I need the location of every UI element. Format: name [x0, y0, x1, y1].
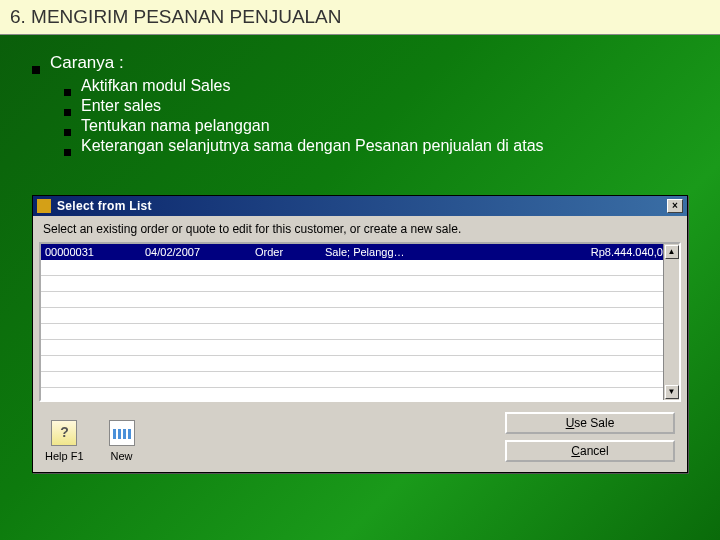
intro-line: Caranya : [32, 53, 710, 73]
slide-content: Caranya : Aktifkan modul Sales Enter sal… [0, 35, 720, 167]
dialog-buttons: Help F1 New Use Sale Cancel [39, 402, 681, 466]
dialog-body: Select an existing order or quote to edi… [33, 216, 687, 472]
help-label: Help F1 [45, 450, 84, 462]
dialog-instruction: Select an existing order or quote to edi… [39, 220, 681, 242]
cancel-label: ancel [580, 444, 609, 458]
help-icon [51, 420, 77, 446]
row-desc: Sale; Pelangg… [325, 244, 555, 260]
list-item: Enter sales [64, 97, 710, 115]
scroll-track[interactable] [664, 260, 679, 384]
bullet-icon [64, 89, 71, 96]
intro-text: Caranya : [50, 53, 124, 73]
vertical-scrollbar[interactable]: ▲ ▼ [663, 244, 679, 400]
dialog-icon [37, 199, 51, 213]
new-icon [109, 420, 135, 446]
bullet-icon [64, 109, 71, 116]
selected-row[interactable]: 00000031 04/02/2007 Order Sale; Pelangg…… [41, 244, 679, 260]
new-label: New [111, 450, 133, 462]
order-list[interactable]: 00000031 04/02/2007 Order Sale; Pelangg…… [39, 242, 681, 402]
step-text: Tentukan nama pelanggan [81, 117, 270, 135]
row-amount: Rp8.444.040,00 [555, 244, 675, 260]
row-date: 04/02/2007 [145, 244, 255, 260]
dialog-titlebar: Select from List × [33, 196, 687, 216]
select-from-list-dialog: Select from List × Select an existing or… [32, 195, 688, 473]
step-text: Aktifkan modul Sales [81, 77, 230, 95]
help-button[interactable]: Help F1 [45, 418, 84, 462]
dialog-title: Select from List [57, 199, 667, 213]
row-type: Order [255, 244, 325, 260]
steps-list: Aktifkan modul Sales Enter sales Tentuka… [64, 77, 710, 155]
slide-title: 6. MENGIRIM PESANAN PENJUALAN [0, 0, 720, 35]
list-item: Tentukan nama pelanggan [64, 117, 710, 135]
bullet-icon [64, 129, 71, 136]
new-button[interactable]: New [106, 418, 138, 462]
row-id: 00000031 [45, 244, 145, 260]
step-text: Enter sales [81, 97, 161, 115]
list-grid [41, 260, 663, 400]
use-label: se Sale [574, 416, 614, 430]
bullet-icon [64, 149, 71, 156]
scroll-down-icon[interactable]: ▼ [665, 385, 679, 399]
use-sale-button[interactable]: Use Sale [505, 412, 675, 434]
step-text: Keterangan selanjutnya sama dengan Pesan… [81, 137, 544, 155]
list-item: Aktifkan modul Sales [64, 77, 710, 95]
close-button[interactable]: × [667, 199, 683, 213]
bullet-icon [32, 66, 40, 74]
list-item: Keterangan selanjutnya sama dengan Pesan… [64, 137, 710, 155]
cancel-button[interactable]: Cancel [505, 440, 675, 462]
scroll-up-icon[interactable]: ▲ [665, 245, 679, 259]
